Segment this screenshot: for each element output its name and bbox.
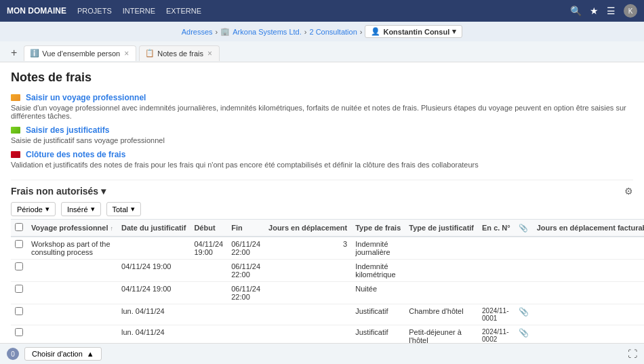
section-dropdown-icon: ▾	[101, 186, 106, 197]
th-debut: Début	[190, 220, 227, 237]
row-check-1[interactable]	[11, 260, 27, 282]
th-jours: Jours en déplacement	[264, 220, 351, 237]
choose-action-button[interactable]: Choisir d'action ▲	[24, 347, 102, 361]
row-type-frais-1: Indemnité kilométrique	[351, 260, 405, 282]
breadcrumb-active-person[interactable]: 👤 Konstantin Consul ▾	[365, 25, 462, 38]
th-enc: En c. N°	[478, 220, 515, 237]
top-nav-right: 🔍 ★ ☰ K	[570, 4, 637, 18]
tab-overview-label: Vue d'ensemble person	[42, 49, 120, 58]
table-row: lun. 04/11/24 Justificatif Chambre d'hôt…	[11, 304, 644, 325]
breadcrumb-record[interactable]: 2 Consultation	[309, 28, 357, 36]
row-attach-2	[515, 282, 533, 304]
sort-voyage: ↑	[110, 225, 114, 232]
action-link-voyage-title[interactable]: Saisir un voyage professionnel	[11, 93, 633, 102]
row-type-frais-3: Justificatif	[351, 304, 405, 325]
select-all-checkbox[interactable]	[15, 223, 23, 231]
tabs-bar: + ℹ️ Vue d'ensemble person × 📋 Notes de …	[0, 41, 644, 62]
row-voyage-0: Workshop as part of the consulting proce…	[27, 237, 117, 260]
row-check-0[interactable]	[11, 237, 27, 260]
row-checkbox-2[interactable]	[15, 285, 23, 293]
breadcrumb-sep2: ›	[304, 28, 307, 36]
row-jours-1	[264, 260, 351, 282]
page-title: Notes de frais	[11, 70, 633, 85]
row-voyage-1	[27, 260, 117, 282]
cloture-icon	[11, 151, 20, 158]
row-fin-2: 06/11/24 22:00	[227, 282, 264, 304]
row-fin-0: 06/11/24 22:00	[227, 237, 264, 260]
action-link-cloture: Clôture des notes de frais Validation et…	[11, 150, 633, 169]
th-fin: Fin	[227, 220, 264, 237]
nav-projets[interactable]: PROJETS	[77, 7, 112, 15]
row-jours-dep-2	[533, 282, 644, 304]
tab-notes-label: Notes de frais	[157, 49, 203, 58]
row-check-2[interactable]	[11, 282, 27, 304]
row-attach-3: 📎	[515, 304, 533, 325]
row-checkbox-4[interactable]	[15, 328, 23, 336]
action-link-voyage-desc: Saisie d'un voyage professionnel avec in…	[11, 104, 633, 120]
row-type-just-2	[405, 282, 478, 304]
star-icon[interactable]: ★	[590, 5, 599, 16]
row-enc-2	[478, 282, 515, 304]
voyage-icon	[11, 94, 20, 101]
row-jours-3	[264, 304, 351, 325]
filter-total-dropdown: ▾	[131, 205, 135, 214]
row-attach-1	[515, 260, 533, 282]
th-voyage[interactable]: Voyage professionnel ↑	[27, 220, 117, 237]
action-link-just-title[interactable]: Saisir des justificatifs	[11, 125, 633, 135]
section-title-text: Frais non autorisés	[11, 186, 98, 197]
row-type-just-0	[405, 237, 478, 260]
tab-overview[interactable]: ℹ️ Vue d'ensemble person ×	[24, 45, 136, 61]
row-date-just-0	[117, 237, 190, 260]
action-link-cloture-desc: Validation et justificatifs des notes de…	[11, 161, 633, 169]
top-navigation: MON DOMAINE PROJETS INTERNE EXTERNE 🔍 ★ …	[0, 0, 644, 22]
action-link-voyage: Saisir un voyage professionnel Saisie d'…	[11, 93, 633, 120]
just-icon	[11, 127, 20, 134]
tab-notes-close[interactable]: ×	[206, 49, 214, 58]
user-avatar[interactable]: K	[624, 4, 637, 18]
bottom-expand-icon[interactable]: ⛶	[628, 348, 637, 359]
th-date-just[interactable]: Date du justificatif	[117, 220, 190, 237]
row-checkbox-3[interactable]	[15, 307, 23, 315]
breadcrumb-person-name: Konstantin Consul	[383, 28, 449, 36]
row-fin-3	[227, 304, 264, 325]
row-jours-dep-3	[533, 304, 644, 325]
breadcrumb-company-icon: 🏢	[220, 27, 230, 36]
action-link-just-desc: Saisie de justificatif sans voyage profe…	[11, 136, 633, 144]
selected-count: 0	[7, 348, 19, 360]
add-tab-button[interactable]: +	[7, 44, 21, 62]
filter-total[interactable]: Total ▾	[106, 202, 141, 216]
menu-icon[interactable]: ☰	[607, 5, 616, 16]
table-row: 04/11/24 19:00 06/11/24 22:00 Indemnité …	[11, 260, 644, 282]
filter-settings-icon[interactable]: ⚙	[624, 186, 633, 197]
th-check	[11, 220, 27, 237]
tab-overview-close[interactable]: ×	[123, 49, 130, 58]
filter-insere[interactable]: Inséré ▾	[61, 202, 101, 216]
action-link-cloture-title[interactable]: Clôture des notes de frais	[11, 150, 633, 159]
row-debut-2	[190, 282, 227, 304]
breadcrumb-company[interactable]: Arkona Systems Ltd.	[233, 28, 302, 36]
row-enc-3: 2024/11-0001	[478, 304, 515, 325]
action-link-justificatifs: Saisir des justificatifs Saisie de justi…	[11, 125, 633, 144]
action-links: Saisir un voyage professionnel Saisie d'…	[11, 93, 633, 169]
row-checkbox-1[interactable]	[15, 262, 23, 270]
tab-notes[interactable]: 📋 Notes de frais ×	[139, 45, 220, 61]
filter-periode[interactable]: Période ▾	[11, 202, 56, 216]
person-icon: 👤	[371, 27, 380, 36]
breadcrumb-addresses[interactable]: Adresses	[182, 28, 213, 36]
section-title[interactable]: Frais non autorisés ▾	[11, 186, 106, 197]
row-type-just-1	[405, 260, 478, 282]
row-check-3[interactable]	[11, 304, 27, 325]
row-jours-0: 3	[264, 237, 351, 260]
breadcrumb-sep1: ›	[216, 28, 218, 36]
search-icon[interactable]: 🔍	[570, 5, 582, 16]
row-debut-1	[190, 260, 227, 282]
nav-externe[interactable]: EXTERNE	[166, 7, 201, 15]
th-type-frais: Type de frais	[351, 220, 405, 237]
nav-interne[interactable]: INTERNE	[123, 7, 155, 15]
row-checkbox-0[interactable]	[15, 240, 23, 248]
attachment-icon[interactable]: 📎	[519, 307, 529, 317]
attachment-icon[interactable]: 📎	[519, 328, 529, 338]
row-fin-1: 06/11/24 22:00	[227, 260, 264, 282]
row-voyage-3	[27, 304, 117, 325]
section-header: Frais non autorisés ▾ ⚙	[11, 180, 633, 197]
